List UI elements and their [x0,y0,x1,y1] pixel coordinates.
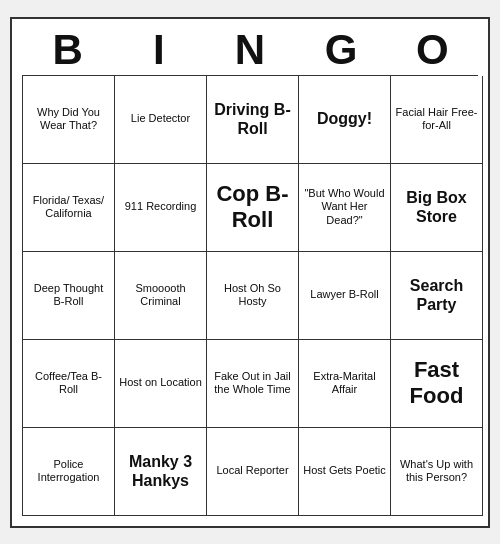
bingo-cell-14: Search Party [391,252,483,340]
bingo-cell-7: Cop B-Roll [207,164,299,252]
bingo-cell-0: Why Did You Wear That? [23,76,115,164]
bingo-cell-18: Extra-Marital Affair [299,340,391,428]
bingo-cell-21: Manky 3 Hankys [115,428,207,516]
bingo-cell-10: Deep Thought B-Roll [23,252,115,340]
bingo-cell-3: Doggy! [299,76,391,164]
bingo-letter-b: B [24,29,112,71]
bingo-cell-23: Host Gets Poetic [299,428,391,516]
bingo-card: BINGO Why Did You Wear That?Lie Detector… [10,17,490,528]
bingo-cell-2: Driving B-Roll [207,76,299,164]
bingo-cell-1: Lie Detector [115,76,207,164]
bingo-cell-22: Local Reporter [207,428,299,516]
bingo-cell-4: Facial Hair Free-for-All [391,76,483,164]
bingo-cell-16: Host on Location [115,340,207,428]
bingo-cell-9: Big Box Store [391,164,483,252]
bingo-cell-8: "But Who Would Want Her Dead?" [299,164,391,252]
bingo-cell-19: Fast Food [391,340,483,428]
bingo-cell-5: Florida/ Texas/ California [23,164,115,252]
bingo-cell-13: Lawyer B-Roll [299,252,391,340]
bingo-cell-12: Host Oh So Hosty [207,252,299,340]
bingo-letter-g: G [297,29,385,71]
bingo-cell-15: Coffee/Tea B-Roll [23,340,115,428]
bingo-cell-11: Smooooth Criminal [115,252,207,340]
bingo-cell-17: Fake Out in Jail the Whole Time [207,340,299,428]
bingo-grid: Why Did You Wear That?Lie DetectorDrivin… [22,75,478,516]
bingo-letter-i: I [115,29,203,71]
bingo-cell-6: 911 Recording [115,164,207,252]
bingo-letter-n: N [206,29,294,71]
bingo-cell-24: What's Up with this Person? [391,428,483,516]
bingo-letter-o: O [388,29,476,71]
bingo-cell-20: Police Interrogation [23,428,115,516]
bingo-header: BINGO [22,29,478,71]
